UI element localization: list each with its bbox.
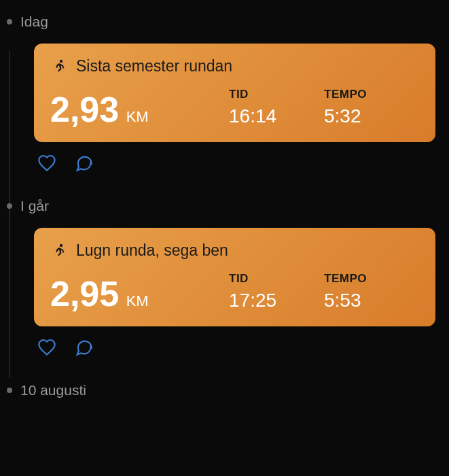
distance-value: 2,93: [50, 90, 119, 129]
pace-stat: TEMPO 5:32: [324, 88, 419, 127]
activity-title: Sista semester rundan: [76, 57, 232, 75]
time-stat: TID 17:25: [229, 272, 324, 311]
pace-stat: TEMPO 5:53: [324, 272, 419, 311]
actions-row: [37, 153, 449, 173]
distance-stat: 2,95 KM: [50, 276, 229, 311]
time-value: 16:14: [229, 105, 324, 127]
time-stat: TID 16:14: [229, 88, 324, 127]
timeline-section: 10 augusti: [20, 382, 449, 398]
svg-point-1: [60, 243, 62, 246]
date-marker: Idag: [20, 14, 449, 30]
activity-timeline: Idag Sista semester rundan 2,93 KM TID: [0, 14, 449, 398]
distance-value: 2,95: [50, 274, 119, 313]
date-dot-icon: [7, 19, 12, 24]
date-dot-icon: [7, 203, 12, 209]
activity-card[interactable]: Lugn runda, sega ben 2,95 KM TID 17:25 T…: [34, 228, 435, 326]
like-button[interactable]: [37, 153, 57, 173]
time-label: TID: [229, 88, 324, 101]
activity-card[interactable]: Sista semester rundan 2,93 KM TID 16:14 …: [34, 44, 435, 142]
stats-row: 2,93 KM TID 16:14 TEMPO 5:32: [50, 88, 419, 127]
comment-button[interactable]: [73, 153, 94, 173]
like-button[interactable]: [37, 337, 57, 358]
timeline-section: Idag Sista semester rundan 2,93 KM TID: [20, 14, 449, 173]
pace-label: TEMPO: [324, 88, 419, 101]
timeline-line: [10, 51, 10, 378]
date-marker: I går: [20, 198, 449, 214]
card-header: Sista semester rundan: [50, 57, 419, 75]
pace-value: 5:53: [324, 290, 419, 311]
svg-point-0: [60, 59, 62, 62]
distance-unit: KM: [126, 108, 149, 125]
distance-unit: KM: [126, 292, 149, 309]
pace-value: 5:32: [324, 105, 419, 127]
date-marker: 10 augusti: [20, 382, 449, 398]
actions-row: [37, 337, 449, 358]
date-dot-icon: [7, 388, 12, 393]
time-label: TID: [229, 272, 324, 286]
running-icon: [50, 243, 67, 259]
pace-label: TEMPO: [324, 272, 419, 286]
date-label: 10 augusti: [20, 382, 86, 398]
timeline-section: I går Lugn runda, sega ben 2,95 KM TID: [20, 198, 449, 358]
distance-stat: 2,93 KM: [50, 92, 229, 127]
comment-button[interactable]: [73, 337, 94, 358]
running-icon: [50, 58, 67, 75]
date-label: I går: [20, 198, 49, 214]
time-value: 17:25: [229, 290, 324, 311]
date-label: Idag: [20, 14, 48, 30]
card-header: Lugn runda, sega ben: [50, 241, 419, 260]
activity-title: Lugn runda, sega ben: [76, 241, 228, 260]
stats-row: 2,95 KM TID 17:25 TEMPO 5:53: [50, 272, 419, 311]
